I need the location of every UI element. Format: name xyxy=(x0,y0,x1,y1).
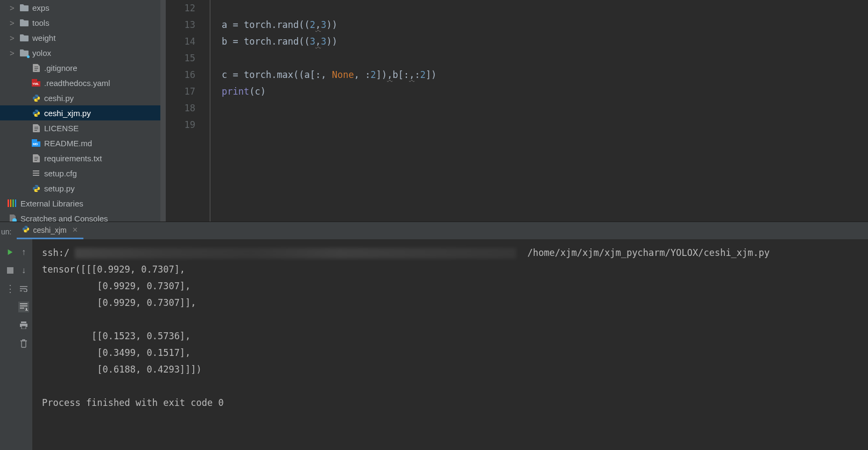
code-line[interactable] xyxy=(222,100,436,117)
line-number: 13 xyxy=(166,17,195,33)
file-icon xyxy=(31,153,41,163)
more-button[interactable]: ⋮ xyxy=(5,283,16,294)
run-tab-label: ceshi_xjm xyxy=(33,226,66,234)
scratch-icon xyxy=(8,213,17,222)
tree-item-exps[interactable]: >exps xyxy=(0,0,166,15)
up-arrow-icon[interactable]: ↑ xyxy=(18,247,29,258)
tree-item-ceshi_xjm-py[interactable]: ceshi_xjm.py xyxy=(0,105,166,120)
svg-text:YML: YML xyxy=(32,82,39,85)
code-line[interactable]: c = torch.max((a[:, None, :2]),b[:,:2]) xyxy=(222,67,436,83)
close-icon[interactable]: ✕ xyxy=(72,226,78,234)
tree-item-label: weight xyxy=(32,33,55,42)
folder-icon xyxy=(19,48,29,58)
chevron-right-icon[interactable]: > xyxy=(10,3,17,12)
file-icon xyxy=(31,63,41,73)
run-label: un: xyxy=(0,227,17,239)
libraries-icon xyxy=(8,198,17,208)
line-number: 17 xyxy=(166,83,195,100)
console-output[interactable]: ssh:/ /home/xjm/xjm/xjm_pycharm/YOLOX/ce… xyxy=(32,239,868,450)
tree-item-ceshi-py[interactable]: ceshi.py xyxy=(0,90,166,105)
project-tree[interactable]: >exps>tools>weight>yolox.gitignoreYML.re… xyxy=(0,0,166,222)
tree-item-label: setup.py xyxy=(44,184,75,193)
line-number: 19 xyxy=(166,117,195,133)
yaml-icon: YML xyxy=(31,78,41,88)
folder-icon xyxy=(19,3,29,12)
folder-icon xyxy=(19,18,29,27)
rerun-button[interactable] xyxy=(5,247,16,258)
run-toolbar: ⋮ ↑ ↓ xyxy=(0,239,32,450)
tree-item-label: exps xyxy=(32,3,50,12)
cfg-icon xyxy=(31,168,41,178)
stop-button[interactable] xyxy=(5,265,16,276)
code-line[interactable] xyxy=(222,50,436,67)
svg-rect-5 xyxy=(32,79,37,81)
run-tabbar: un: ceshi_xjm ✕ xyxy=(0,222,868,239)
code-line[interactable]: print(c) xyxy=(222,83,436,100)
tree-item--gitignore[interactable]: .gitignore xyxy=(0,60,166,75)
line-gutter: 1213141516171819 xyxy=(166,0,210,222)
tree-item-label: setup.cfg xyxy=(44,169,77,178)
scratches-consoles[interactable]: Scratches and Consoles xyxy=(0,211,166,222)
print-icon[interactable] xyxy=(18,320,29,331)
scroll-to-end-icon[interactable] xyxy=(18,302,29,312)
code-line[interactable] xyxy=(222,0,436,17)
chevron-right-icon[interactable]: > xyxy=(10,33,17,42)
line-number: 14 xyxy=(166,33,195,50)
svg-rect-6 xyxy=(34,127,38,127)
tree-item-requirements-txt[interactable]: requirements.txt xyxy=(0,151,166,166)
run-tool-window: un: ceshi_xjm ✕ ⋮ ↑ ↓ ssh:/ xyxy=(0,222,868,450)
tree-item-README-md[interactable]: MDREADME.md xyxy=(0,135,166,151)
tree-item-label: requirements.txt xyxy=(44,154,102,163)
tree-item-tools[interactable]: >tools xyxy=(0,15,166,30)
tree-item-label: tools xyxy=(32,18,50,27)
tree-item--readthedocs-yaml[interactable]: YML.readthedocs.yaml xyxy=(0,75,166,90)
trash-icon[interactable] xyxy=(18,338,29,349)
tree-item-weight[interactable]: >weight xyxy=(0,30,166,45)
svg-rect-2 xyxy=(34,70,37,70)
svg-rect-0 xyxy=(34,67,38,67)
external-libraries[interactable]: External Libraries xyxy=(0,196,166,211)
svg-rect-1 xyxy=(34,68,38,69)
console-line: ssh:/ /home/xjm/xjm/xjm_pycharm/YOLOX/ce… xyxy=(42,245,858,261)
svg-rect-17 xyxy=(33,175,39,176)
python-icon xyxy=(31,93,41,103)
redacted-block xyxy=(75,248,516,259)
folder-icon xyxy=(19,33,29,42)
external-libraries-label: External Libraries xyxy=(20,199,83,208)
line-number: 16 xyxy=(166,67,195,83)
scrollbar[interactable] xyxy=(160,0,166,222)
svg-rect-19 xyxy=(7,267,13,274)
code-area[interactable]: a = torch.rand((2,3))b = torch.rand((3,3… xyxy=(210,0,436,222)
tree-item-setup-cfg[interactable]: setup.cfg xyxy=(0,166,166,181)
console-output-text: tensor([[[0.9929, 0.7307], [0.9929, 0.73… xyxy=(42,261,858,411)
code-line[interactable]: a = torch.rand((2,3)) xyxy=(222,17,436,33)
code-line[interactable] xyxy=(222,117,436,133)
line-number: 18 xyxy=(166,100,195,117)
tree-item-LICENSE[interactable]: LICENSE xyxy=(0,120,166,135)
svg-rect-22 xyxy=(22,326,26,329)
svg-rect-16 xyxy=(33,173,39,174)
svg-rect-15 xyxy=(33,170,39,172)
tree-item-setup-py[interactable]: setup.py xyxy=(0,181,166,196)
tree-item-label: ceshi.py xyxy=(44,94,74,103)
code-line[interactable]: b = torch.rand((3,3)) xyxy=(222,33,436,50)
svg-rect-20 xyxy=(21,322,26,323)
svg-rect-8 xyxy=(34,130,37,131)
down-arrow-icon[interactable]: ↓ xyxy=(18,265,29,276)
tree-item-label: LICENSE xyxy=(44,124,79,133)
run-tab[interactable]: ceshi_xjm ✕ xyxy=(17,223,83,239)
chevron-right-icon[interactable]: > xyxy=(10,48,17,58)
tree-item-yolox[interactable]: >yolox xyxy=(0,45,166,60)
chevron-right-icon[interactable]: > xyxy=(10,18,17,27)
line-number: 15 xyxy=(166,50,195,67)
code-editor[interactable]: 1213141516171819 a = torch.rand((2,3))b … xyxy=(166,0,868,222)
tree-item-label: ceshi_xjm.py xyxy=(44,109,91,118)
svg-rect-11 xyxy=(32,139,37,141)
soft-wrap-icon[interactable] xyxy=(18,283,29,294)
svg-rect-14 xyxy=(34,160,37,161)
tree-item-label: .gitignore xyxy=(44,63,77,73)
svg-rect-12 xyxy=(34,157,38,158)
file-icon xyxy=(31,123,41,133)
line-number: 12 xyxy=(166,0,195,17)
tree-item-label: README.md xyxy=(44,139,92,148)
